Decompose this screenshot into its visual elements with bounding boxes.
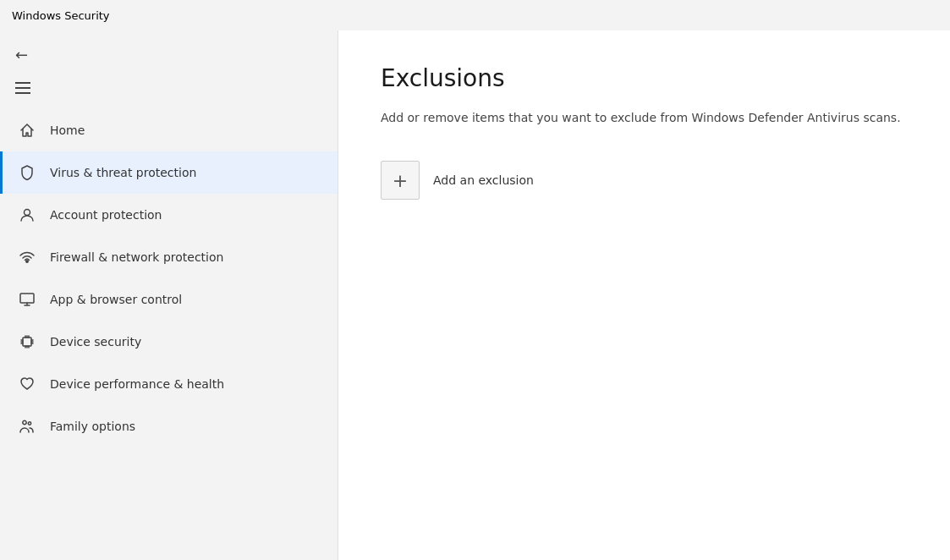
page-description: Add or remove items that you want to exc… xyxy=(381,109,905,127)
shield-icon xyxy=(18,163,36,182)
svg-point-0 xyxy=(25,210,30,216)
person-icon xyxy=(18,206,36,224)
sidebar-item-home[interactable]: Home xyxy=(0,109,338,151)
sidebar-item-app-browser-label: App & browser control xyxy=(50,293,182,306)
heart-icon xyxy=(18,375,36,393)
svg-point-5 xyxy=(28,422,30,425)
add-exclusion-button[interactable]: + Add an exclusion xyxy=(381,161,908,200)
nav-list: Home Virus & threat protection xyxy=(0,109,338,560)
sidebar-item-account-label: Account protection xyxy=(50,208,162,222)
sidebar-item-virus-label: Virus & threat protection xyxy=(50,166,196,179)
sidebar-item-family-label: Family options xyxy=(50,420,135,433)
plus-icon: + xyxy=(381,161,420,200)
svg-rect-3 xyxy=(23,338,31,346)
sidebar-item-device-health[interactable]: Device performance & health xyxy=(0,363,338,405)
content-area: Exclusions Add or remove items that you … xyxy=(338,30,950,560)
family-icon xyxy=(18,417,36,436)
main-layout: ← Home xyxy=(0,30,950,560)
svg-point-1 xyxy=(26,261,28,262)
sidebar-item-firewall[interactable]: Firewall & network protection xyxy=(0,236,338,278)
chip-icon xyxy=(18,332,36,351)
sidebar: ← Home xyxy=(0,30,338,560)
sidebar-item-home-label: Home xyxy=(50,124,85,137)
sidebar-item-device-health-label: Device performance & health xyxy=(50,377,224,391)
monitor-icon xyxy=(18,290,36,309)
sidebar-item-device-security-label: Device security xyxy=(50,335,141,349)
back-button[interactable]: ← xyxy=(0,37,338,72)
add-exclusion-label: Add an exclusion xyxy=(433,173,534,187)
home-icon xyxy=(18,121,36,140)
sidebar-item-family[interactable]: Family options xyxy=(0,405,338,447)
sidebar-item-app-browser[interactable]: App & browser control xyxy=(0,278,338,321)
sidebar-item-virus[interactable]: Virus & threat protection xyxy=(0,151,338,194)
back-arrow-icon: ← xyxy=(15,46,28,63)
app-title: Windows Security xyxy=(12,9,110,22)
sidebar-top-controls: ← xyxy=(0,30,338,109)
sidebar-item-account[interactable]: Account protection xyxy=(0,194,338,236)
sidebar-item-firewall-label: Firewall & network protection xyxy=(50,250,223,264)
svg-rect-2 xyxy=(20,294,34,303)
title-bar: Windows Security xyxy=(0,0,950,30)
hamburger-button[interactable] xyxy=(0,74,338,102)
sidebar-item-device-security[interactable]: Device security xyxy=(0,321,338,363)
svg-point-4 xyxy=(23,420,26,424)
wifi-icon xyxy=(18,248,36,266)
hamburger-icon xyxy=(15,82,30,94)
page-title: Exclusions xyxy=(381,64,908,92)
